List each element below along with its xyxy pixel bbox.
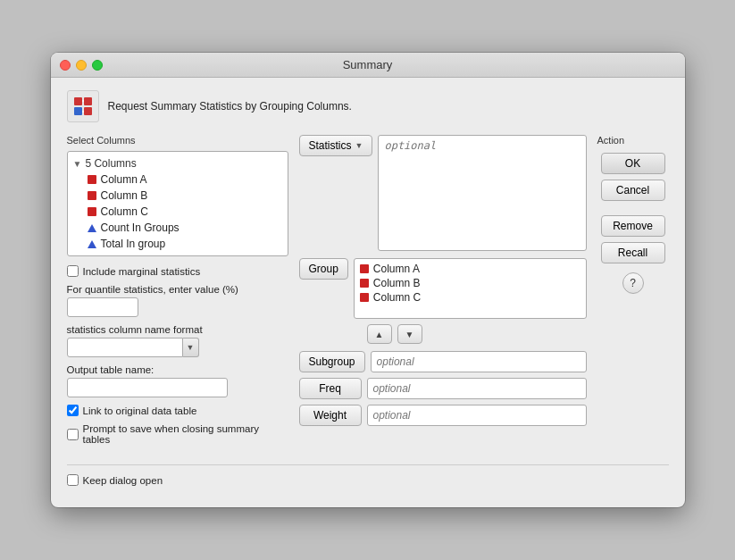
main-window: Summary Request Summary Statistics by Gr… (51, 53, 685, 507)
column-icon-red (88, 175, 96, 184)
close-button[interactable] (60, 60, 71, 71)
cancel-label: Cancel (616, 184, 649, 196)
stat-format-select-row: stat(column) ▼ (67, 338, 288, 357)
list-item[interactable]: Column C (68, 204, 288, 220)
group-item-label: Column C (373, 291, 421, 304)
weight-row: Weight (299, 405, 587, 426)
column-icon-blue (88, 240, 96, 248)
group-item-icon (360, 293, 369, 302)
recall-button[interactable]: Recall (601, 242, 665, 263)
columns-tree: ▼ 5 Columns Column A Column B Column C (67, 151, 288, 256)
freq-row: Freq (299, 378, 587, 399)
list-item: Column A (360, 262, 580, 276)
group-item-icon (360, 279, 369, 288)
move-down-button[interactable]: ▼ (397, 324, 422, 344)
include-marginal-row: Include marginal statistics (67, 265, 288, 277)
list-item: Column C (360, 290, 580, 305)
group-button[interactable]: Group (299, 258, 348, 280)
traffic-lights (60, 60, 103, 71)
remove-label: Remove (613, 220, 653, 232)
list-item[interactable]: Count In Groups (68, 220, 288, 236)
stat-format-input[interactable]: stat(column) (67, 338, 183, 357)
tree-group: ▼ 5 Columns (68, 155, 288, 171)
list-item: Column B (360, 276, 580, 290)
include-marginal-checkbox[interactable] (67, 265, 79, 277)
keep-dialog-open-row: Keep dialog open (67, 474, 669, 486)
quantile-field-group: For quantile statistics, enter value (%)… (67, 284, 288, 317)
tree-group-label: 5 Columns (85, 157, 136, 170)
left-panel: Select Columns ▼ 5 Columns Column A Colu… (67, 135, 288, 452)
right-panel: Action OK Cancel Remove Recall ? (597, 135, 669, 452)
action-label: Action (597, 135, 625, 146)
move-buttons-row: ▲ ▼ (299, 324, 587, 344)
weight-button[interactable]: Weight (299, 405, 362, 426)
statistics-input[interactable] (378, 135, 586, 251)
stat-format-field-group: statistics column name format stat(colum… (67, 324, 288, 357)
help-label: ? (630, 277, 636, 289)
subgroup-button[interactable]: Subgroup (299, 351, 365, 372)
list-item[interactable]: Column B (68, 188, 288, 204)
group-row: Group Column A Column B Co (299, 258, 587, 319)
ok-button[interactable]: OK (601, 153, 665, 174)
keep-dialog-open-checkbox[interactable] (67, 474, 79, 486)
statistics-row: Statistics ▼ (299, 135, 587, 251)
freq-button[interactable]: Freq (299, 378, 362, 399)
svg-rect-1 (84, 97, 92, 105)
link-to-original-row: Link to original data table (67, 405, 288, 416)
statistics-button[interactable]: Statistics ▼ (299, 135, 373, 156)
list-item[interactable]: Column A (68, 171, 288, 188)
list-item[interactable]: Total In group (68, 236, 288, 252)
group-item-label: Column A (373, 263, 420, 275)
remove-button[interactable]: Remove (601, 215, 665, 237)
tree-arrow-icon: ▼ (73, 159, 82, 169)
statistics-label: Statistics (309, 139, 352, 152)
header-text: Request Summary Statistics by Grouping C… (108, 100, 352, 113)
column-label: Column B (101, 189, 148, 202)
group-list-box[interactable]: Column A Column B Column C (354, 258, 587, 319)
stat-format-label: statistics column name format (67, 324, 288, 335)
move-up-button[interactable]: ▲ (367, 324, 392, 344)
include-marginal-label: Include marginal statistics (83, 266, 201, 277)
column-label: Count In Groups (101, 221, 180, 234)
svg-rect-0 (74, 97, 82, 105)
stat-format-dropdown-button[interactable]: ▼ (183, 338, 199, 357)
subgroup-row: Subgroup (299, 351, 587, 372)
recall-label: Recall (618, 247, 647, 259)
select-columns-label: Select Columns (67, 135, 288, 146)
window-title: Summary (343, 58, 393, 71)
group-item-icon (360, 264, 369, 273)
ok-label: OK (625, 157, 640, 170)
weight-label: Weight (313, 409, 347, 422)
keep-dialog-open-label: Keep dialog open (83, 475, 163, 486)
prompt-to-save-checkbox[interactable] (67, 429, 79, 440)
link-to-original-checkbox[interactable] (67, 405, 79, 416)
maximize-button[interactable] (92, 60, 103, 71)
column-label: Total In group (101, 238, 166, 250)
app-icon (67, 90, 99, 122)
title-bar: Summary (51, 53, 685, 78)
freq-label: Freq (319, 382, 341, 395)
output-table-input[interactable] (67, 378, 228, 397)
statistics-dropdown-arrow: ▼ (355, 141, 363, 150)
group-item-label: Column B (373, 277, 421, 289)
freq-input[interactable] (367, 378, 587, 399)
prompt-to-save-label: Prompt to save when closing summary tabl… (83, 423, 288, 445)
column-label: Column A (101, 173, 147, 186)
output-table-field-group: Output table name: (67, 364, 288, 397)
minimize-button[interactable] (76, 60, 87, 71)
weight-input[interactable] (367, 405, 587, 426)
help-button[interactable]: ? (622, 272, 644, 294)
middle-panel: Statistics ▼ Group Column A (299, 135, 587, 452)
column-label: Column C (101, 205, 148, 218)
cancel-button[interactable]: Cancel (601, 180, 665, 201)
group-label: Group (309, 263, 338, 275)
header-row: Request Summary Statistics by Grouping C… (67, 90, 669, 122)
subgroup-input[interactable] (371, 351, 587, 372)
prompt-to-save-row: Prompt to save when closing summary tabl… (67, 423, 288, 445)
svg-rect-3 (84, 107, 92, 115)
column-icon-blue (88, 224, 96, 232)
column-icon-red (88, 207, 96, 216)
output-table-label: Output table name: (67, 364, 288, 375)
quantile-input[interactable]: 25 (67, 297, 138, 317)
window-body: Request Summary Statistics by Grouping C… (51, 78, 685, 507)
